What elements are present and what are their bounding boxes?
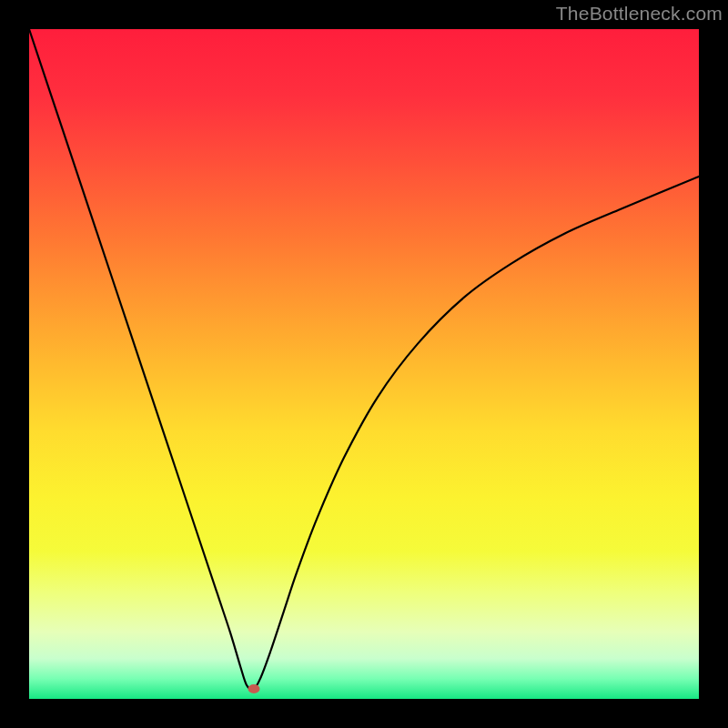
optimal-point-marker	[248, 684, 259, 693]
chart-container: TheBottleneck.com	[0, 0, 728, 728]
plot-area	[29, 29, 699, 699]
watermark-text: TheBottleneck.com	[556, 3, 723, 25]
bottleneck-curve	[29, 29, 699, 699]
